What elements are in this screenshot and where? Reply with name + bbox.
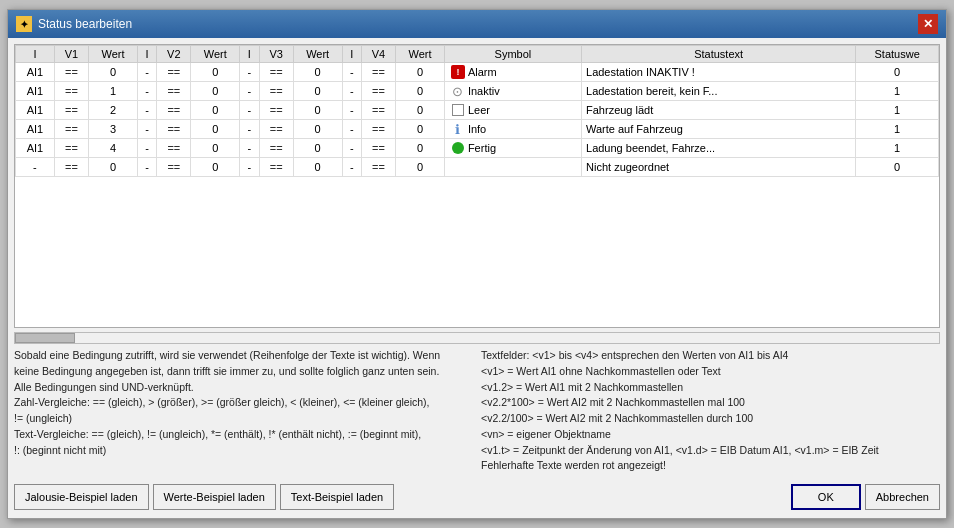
info-section: Sobald eine Bedingung zutrifft, wird sie… xyxy=(14,348,940,478)
statustext-cell: Nicht zugeordnet xyxy=(582,158,856,177)
col-symbol: Symbol xyxy=(444,46,581,63)
table-row[interactable]: AI1==0-==0-==0-==0!AlarmLadestation INAK… xyxy=(16,63,939,82)
col-v4: V4 xyxy=(361,46,395,63)
load-example2-button[interactable]: Werte-Beispiel laden xyxy=(153,484,276,510)
table-row[interactable]: AI1==2-==0-==0-==0LeerFahrzeug lädt1 xyxy=(16,101,939,120)
symbol-icon xyxy=(451,103,465,117)
footer-buttons: Jalousie-Beispiel laden Werte-Beispiel l… xyxy=(14,482,940,512)
col-i2: I xyxy=(137,46,156,63)
statustext-cell: Ladung beendet, Fahrze... xyxy=(582,139,856,158)
status-bearbeiten-dialog: ✦ Status bearbeiten ✕ I V1 Wert I V2 Wer… xyxy=(7,9,947,519)
symbol-cell: ℹInfo xyxy=(444,120,581,139)
col-w3: Wert xyxy=(293,46,342,63)
cancel-button[interactable]: Abbrechen xyxy=(865,484,940,510)
load-example3-button[interactable]: Text-Beispiel laden xyxy=(280,484,394,510)
statuswe-cell: 1 xyxy=(856,101,939,120)
symbol-icon xyxy=(451,160,465,174)
statustext-cell: Ladestation INAKTIV ! xyxy=(582,63,856,82)
footer-left-buttons: Jalousie-Beispiel laden Werte-Beispiel l… xyxy=(14,484,394,510)
scrollbar-thumb[interactable] xyxy=(15,333,75,343)
symbol-icon: ! xyxy=(451,65,465,79)
symbol-icon: ℹ xyxy=(451,122,465,136)
table-row[interactable]: AI1==4-==0-==0-==0FertigLadung beendet, … xyxy=(16,139,939,158)
col-w1: Wert xyxy=(89,46,138,63)
title-bar-left: ✦ Status bearbeiten xyxy=(16,16,132,32)
symbol-cell: ⊙Inaktiv xyxy=(444,82,581,101)
app-icon: ✦ xyxy=(16,16,32,32)
table-header-row: I V1 Wert I V2 Wert I V3 Wert I V4 Wert … xyxy=(16,46,939,63)
col-v3: V3 xyxy=(259,46,293,63)
symbol-icon: ⊙ xyxy=(451,84,465,98)
col-w4: Wert xyxy=(396,46,445,63)
symbol-cell: Leer xyxy=(444,101,581,120)
close-button[interactable]: ✕ xyxy=(918,14,938,34)
footer-right-buttons: OK Abbrechen xyxy=(791,484,940,510)
symbol-cell: Fertig xyxy=(444,139,581,158)
col-i3: I xyxy=(240,46,259,63)
dialog-body: I V1 Wert I V2 Wert I V3 Wert I V4 Wert … xyxy=(8,38,946,518)
table-row[interactable]: AI1==3-==0-==0-==0ℹInfoWarte auf Fahrzeu… xyxy=(16,120,939,139)
table-row[interactable]: -==0-==0-==0-==0Nicht zugeordnet0 xyxy=(16,158,939,177)
statuswe-cell: 1 xyxy=(856,120,939,139)
col-statustext: Statustext xyxy=(582,46,856,63)
statuswe-cell: 0 xyxy=(856,158,939,177)
load-example1-button[interactable]: Jalousie-Beispiel laden xyxy=(14,484,149,510)
ok-button[interactable]: OK xyxy=(791,484,861,510)
col-i1: I xyxy=(16,46,55,63)
statustext-cell: Fahrzeug lädt xyxy=(582,101,856,120)
symbol-cell: !Alarm xyxy=(444,63,581,82)
horizontal-scrollbar[interactable] xyxy=(14,332,940,344)
col-v2: V2 xyxy=(157,46,191,63)
symbol-icon xyxy=(451,141,465,155)
col-v1: V1 xyxy=(54,46,88,63)
title-bar: ✦ Status bearbeiten ✕ xyxy=(8,10,946,38)
statuswe-cell: 0 xyxy=(856,63,939,82)
status-table-container[interactable]: I V1 Wert I V2 Wert I V3 Wert I V4 Wert … xyxy=(14,44,940,328)
col-statuswe: Statuswe xyxy=(856,46,939,63)
statustext-cell: Ladestation bereit, kein F... xyxy=(582,82,856,101)
info-left: Sobald eine Bedingung zutrifft, wird sie… xyxy=(14,348,473,478)
statustext-cell: Warte auf Fahrzeug xyxy=(582,120,856,139)
dialog-title: Status bearbeiten xyxy=(38,17,132,31)
statuswe-cell: 1 xyxy=(856,139,939,158)
col-w2: Wert xyxy=(191,46,240,63)
info-right: Textfelder: <v1> bis <v4> entsprechen de… xyxy=(481,348,940,478)
table-row[interactable]: AI1==1-==0-==0-==0⊙InaktivLadestation be… xyxy=(16,82,939,101)
statuswe-cell: 1 xyxy=(856,82,939,101)
col-i4: I xyxy=(342,46,361,63)
status-table: I V1 Wert I V2 Wert I V3 Wert I V4 Wert … xyxy=(15,45,939,177)
symbol-cell xyxy=(444,158,581,177)
